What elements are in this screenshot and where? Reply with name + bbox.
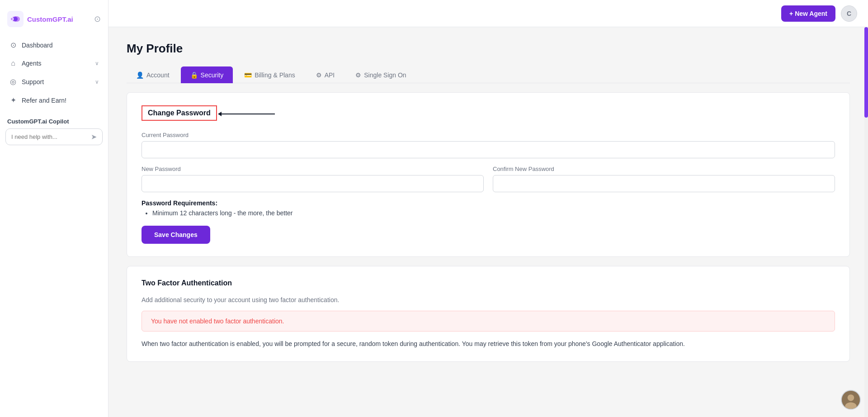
copilot-send-icon[interactable]: ➤	[91, 133, 97, 141]
sidebar-item-support[interactable]: ◎ Support ∨	[4, 73, 104, 90]
security-tab-label: Security	[201, 71, 224, 79]
confirm-password-label: Confirm New Password	[493, 166, 835, 172]
tfa-info: When two factor authentication is enable…	[142, 339, 835, 349]
tab-security[interactable]: 🔒 Security	[181, 66, 233, 83]
tabs-bar: 👤 Account 🔒 Security 💳 Billing & Plans ⚙…	[127, 66, 850, 83]
support-chevron-icon: ∨	[95, 79, 99, 85]
copilot-input-wrap[interactable]: ➤	[5, 128, 103, 145]
sidebar-item-refer[interactable]: ✦ Refer and Earn!	[4, 91, 104, 109]
account-tab-icon: 👤	[136, 71, 144, 79]
sidebar-nav: ⊙ Dashboard ⌂ Agents ∨ ◎ Support ∨ ✦ Ref…	[0, 36, 108, 109]
sidebar: CustomGPT.ai ⊙ ⊙ Dashboard ⌂ Agents ∨ ◎ …	[0, 0, 108, 417]
new-password-label: New Password	[142, 166, 484, 172]
api-tab-label: API	[325, 71, 335, 79]
main-content: + New Agent C My Profile 👤 Account 🔒 Sec…	[108, 0, 868, 417]
topbar: + New Agent C	[108, 0, 868, 27]
scrollbar-track[interactable]	[864, 27, 868, 417]
sso-tab-label: Single Sign On	[364, 71, 406, 79]
user-avatar-corner	[841, 390, 861, 410]
tfa-title: Two Factor Authentication	[142, 279, 835, 287]
sso-tab-icon: ⚙	[355, 71, 361, 79]
new-password-input[interactable]	[142, 175, 484, 192]
requirements-title: Password Requirements:	[142, 199, 835, 207]
tab-billing[interactable]: 💳 Billing & Plans	[235, 66, 305, 83]
annotation: Change Password	[142, 105, 835, 123]
app-name: CustomGPT.ai	[27, 15, 73, 23]
arrow-annotation-line	[221, 114, 275, 114]
agents-icon: ⌂	[9, 59, 17, 67]
sidebar-logo: CustomGPT.ai ⊙	[0, 7, 108, 36]
new-agent-button[interactable]: + New Agent	[781, 5, 835, 22]
app-logo-icon	[7, 11, 24, 27]
current-password-input[interactable]	[142, 141, 835, 158]
copilot-input[interactable]	[11, 133, 87, 140]
billing-tab-icon: 💳	[244, 71, 252, 79]
tab-api[interactable]: ⚙ API	[307, 66, 344, 83]
sidebar-item-support-label: Support	[22, 78, 44, 85]
scrollbar-thumb[interactable]	[864, 27, 868, 118]
password-requirements: Password Requirements: Minimum 12 charac…	[142, 199, 835, 217]
refer-icon: ✦	[9, 96, 17, 104]
requirement-item: Minimum 12 characters long - the more, t…	[152, 209, 835, 217]
save-changes-button[interactable]: Save Changes	[142, 226, 210, 244]
copilot-label: CustomGPT.ai Copilot	[5, 118, 103, 125]
tab-account[interactable]: 👤 Account	[127, 66, 179, 83]
content-area: My Profile 👤 Account 🔒 Security 💳 Billin…	[108, 27, 868, 417]
change-password-card: Change Password Current Password New Pas…	[127, 92, 850, 257]
agents-chevron-icon: ∨	[95, 60, 99, 66]
account-tab-label: Account	[146, 71, 170, 79]
current-password-group: Current Password	[142, 132, 835, 158]
svg-point-3	[848, 394, 854, 401]
confirm-password-input[interactable]	[493, 175, 835, 192]
requirements-list: Minimum 12 characters long - the more, t…	[142, 209, 835, 217]
copilot-section: CustomGPT.ai Copilot ➤	[5, 118, 103, 145]
user-avatar: C	[841, 5, 857, 22]
tfa-warning: You have not enabled two factor authenti…	[142, 311, 835, 332]
dashboard-icon: ⊙	[9, 41, 17, 49]
clock-icon: ⊙	[94, 14, 101, 24]
sidebar-item-agents-label: Agents	[22, 60, 42, 67]
sidebar-item-dashboard[interactable]: ⊙ Dashboard	[4, 36, 104, 54]
page-title: My Profile	[127, 42, 850, 56]
change-password-title: Change Password	[142, 105, 217, 121]
sidebar-item-dashboard-label: Dashboard	[22, 42, 53, 49]
tfa-description: Add additional security to your account …	[142, 296, 835, 303]
support-icon: ◎	[9, 77, 17, 86]
sidebar-item-refer-label: Refer and Earn!	[22, 97, 66, 104]
sidebar-item-agents[interactable]: ⌂ Agents ∨	[4, 55, 104, 72]
new-password-group: New Password	[142, 166, 484, 192]
tab-sso[interactable]: ⚙ Single Sign On	[346, 66, 415, 83]
api-tab-icon: ⚙	[316, 71, 322, 79]
security-tab-icon: 🔒	[190, 71, 198, 79]
password-row: New Password Confirm New Password	[142, 166, 835, 192]
current-password-label: Current Password	[142, 132, 835, 138]
confirm-password-group: Confirm New Password	[493, 166, 835, 192]
two-factor-card: Two Factor Authentication Add additional…	[127, 266, 850, 362]
billing-tab-label: Billing & Plans	[255, 71, 295, 79]
